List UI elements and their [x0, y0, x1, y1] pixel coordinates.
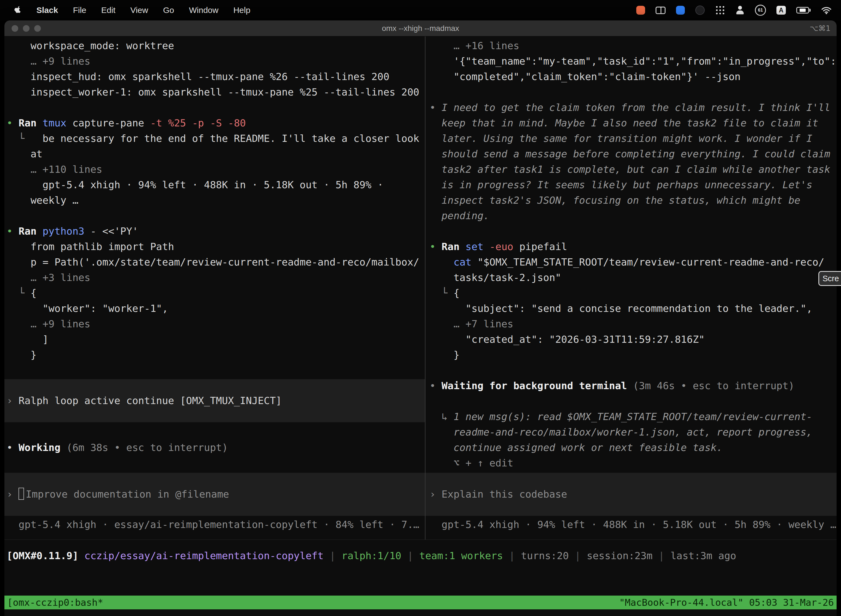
terminal-line: inspect_worker-1: omx sparkshell --tmux-… — [7, 84, 425, 100]
menu-window[interactable]: Window — [189, 6, 218, 15]
terminal-blank-line — [429, 84, 837, 100]
screen-popover[interactable]: Scre — [818, 271, 841, 286]
close-button[interactable] — [12, 25, 18, 32]
terminal-line: • Ran python3 - <<'PY' — [7, 224, 425, 239]
apple-menu-icon[interactable] — [14, 6, 22, 14]
window-title: omx --xhigh --madmax — [4, 24, 837, 33]
menu-edit[interactable]: Edit — [101, 6, 116, 15]
terminal-line: … +3 lines — [7, 270, 425, 285]
terminal-line: • I need to get the claim token from the… — [429, 100, 837, 115]
terminal-line: • Working (6m 38s • esc to interrupt) — [7, 440, 425, 455]
terminal-line: gpt-5.4 xhigh · 94% left · 488K in · 5.1… — [7, 177, 425, 193]
terminal-blank-line — [7, 422, 425, 438]
window-shortcut-hint: ⌥⌘1 — [810, 24, 831, 32]
terminal-line: task2 after task1 is complete, but can I… — [429, 162, 837, 177]
terminal-window: omx --xhigh --madmax ⌥⌘1 workspace_mode:… — [4, 21, 837, 616]
terminal-line: └ { — [429, 285, 837, 301]
terminal-pane-right[interactable]: … +16 lines '{"team_name":"my-team","tas… — [425, 37, 837, 540]
menu-view[interactable]: View — [130, 6, 148, 15]
terminal-line: p = Path('.omx/state/team/review-current… — [7, 254, 425, 270]
terminal-line: ↳ 1 new msg(s): read $OMX_TEAM_STATE_ROO… — [429, 409, 837, 424]
terminal-line: inspect task2's JSON, focusing on the st… — [429, 193, 837, 208]
terminal-blank-line — [7, 363, 425, 378]
menu-help[interactable]: Help — [233, 6, 251, 15]
terminal-blank-line — [429, 363, 837, 378]
terminal-line: is in progress? It seems likely but perh… — [429, 177, 837, 193]
zoom-button[interactable] — [34, 25, 41, 32]
screen-popover-label: Scre — [822, 274, 839, 283]
terminal-line: … +7 lines — [429, 316, 837, 332]
terminal-line: └ { — [7, 285, 425, 301]
input-source-label: A — [779, 7, 784, 14]
terminal-line: cat "$OMX_TEAM_STATE_ROOT/team/review-cu… — [429, 254, 837, 270]
terminal-blank-line — [429, 224, 837, 239]
menu-go[interactable]: Go — [163, 6, 174, 15]
tmux-status-bar: [omx-cczip0:bash* "MacBook-Pro-44.local"… — [4, 595, 837, 609]
terminal-line: } — [429, 347, 837, 363]
app-grid-icon[interactable] — [715, 5, 725, 15]
window-tiling-icon[interactable] — [656, 7, 665, 14]
terminal-line: ] — [7, 332, 425, 347]
terminal-line: "created_at": "2026-03-31T11:59:27.816Z" — [429, 332, 837, 347]
screen-recording-icon[interactable] — [636, 6, 645, 15]
terminal-blank-line — [429, 393, 837, 409]
battery-icon[interactable] — [796, 7, 809, 13]
blue-app-icon[interactable] — [676, 6, 685, 15]
terminal-line: later. Using the same for transition mig… — [429, 131, 837, 146]
terminal-line: weekly … — [7, 193, 425, 208]
dark-app-icon[interactable] — [695, 6, 705, 15]
person-icon[interactable] — [736, 6, 744, 15]
terminal-line: inspect_hud: omx sparkshell --tmux-pane … — [7, 69, 425, 84]
tmux-panes: workspace_mode: worktree … +9 lines insp… — [4, 37, 837, 540]
terminal-blank-line — [7, 100, 425, 115]
terminal-line: • Ran set -euo pipefail — [429, 239, 837, 254]
tmux-session-window: [omx-cczip0:bash* — [7, 595, 103, 609]
input-source-icon[interactable]: A — [777, 6, 786, 15]
window-titlebar[interactable]: omx --xhigh --madmax ⌥⌘1 — [4, 21, 837, 37]
battery-ring-icon[interactable]: 61 — [755, 5, 766, 16]
terminal-line: from pathlib import Path — [7, 239, 425, 254]
text-cursor — [19, 488, 24, 500]
tmux-host-clock: "MacBook-Pro-44.local" 05:03 31-Mar-26 — [619, 595, 834, 609]
terminal-line: … +110 lines — [7, 162, 425, 177]
menu-slack[interactable]: Slack — [37, 6, 58, 15]
terminal-line: continue assigned work or next feasible … — [429, 440, 837, 455]
terminal-line: • Waiting for background terminal (3m 46… — [429, 378, 837, 393]
terminal-line: at — [7, 146, 425, 162]
terminal-empty-area — [4, 563, 837, 595]
battery-ring-value: 61 — [758, 8, 763, 13]
terminal-line: └ be necessary for the end of the README… — [7, 131, 425, 146]
terminal-line: ⌥ + ↑ edit — [429, 455, 837, 471]
wifi-icon[interactable] — [821, 6, 832, 14]
terminal-line: gpt-5.4 xhigh · essay/ai-reimplementatio… — [7, 517, 425, 532]
terminal-pane-left[interactable]: workspace_mode: worktree … +9 lines insp… — [4, 37, 425, 540]
terminal-line: "worker": "worker-1", — [7, 301, 425, 316]
prompt-input[interactable]: › Improve documentation in @filename — [4, 473, 425, 516]
terminal-line: workspace_mode: worktree — [7, 38, 425, 54]
terminal-line: should send a message before completing … — [429, 146, 837, 162]
terminal-line: '{"team_name":"my-team","task_id":"1","f… — [429, 54, 837, 69]
menu-items: SlackFileEditViewGoWindowHelp — [37, 6, 250, 15]
terminal-line: • Ran tmux capture-pane -t %25 -p -S -80 — [7, 115, 425, 131]
menu-file[interactable]: File — [73, 6, 86, 15]
terminal-line: … +16 lines — [429, 38, 837, 54]
terminal-line: gpt-5.4 xhigh · 94% left · 488K in · 5.1… — [429, 517, 837, 532]
menu-bar: SlackFileEditViewGoWindowHelp 61 A — [0, 0, 841, 21]
terminal-blank-line — [7, 208, 425, 224]
minimize-button[interactable] — [23, 25, 29, 32]
terminal-line: readme-and-reco/mailbox/worker-1.json, a… — [429, 424, 837, 440]
prompt-input[interactable]: › Explain this codebase — [425, 473, 837, 516]
omx-status-line: [OMX#0.11.9] cczip/essay/ai-reimplementa… — [4, 540, 837, 563]
terminal-line: keep that in mind. Maybe I also need the… — [429, 115, 837, 131]
terminal-line: … +9 lines — [7, 54, 425, 69]
terminal-line: tasks/task-2.json" — [429, 270, 837, 285]
terminal-line: … +9 lines — [7, 316, 425, 332]
prompt-input[interactable]: › Ralph loop active continue [OMX_TMUX_I… — [4, 379, 425, 422]
terminal-line: "completed","claim_token":"claim-token"}… — [429, 69, 837, 84]
terminal-line: "subject": "send a concise recommendatio… — [429, 301, 837, 316]
terminal-line: pending. — [429, 208, 837, 224]
terminal-line: } — [7, 347, 425, 363]
